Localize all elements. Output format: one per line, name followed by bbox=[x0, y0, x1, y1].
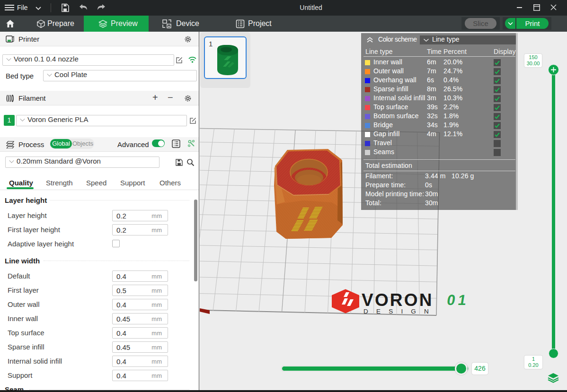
svg-text:VORON: VORON bbox=[362, 290, 433, 310]
svg-text:01: 01 bbox=[446, 292, 470, 308]
